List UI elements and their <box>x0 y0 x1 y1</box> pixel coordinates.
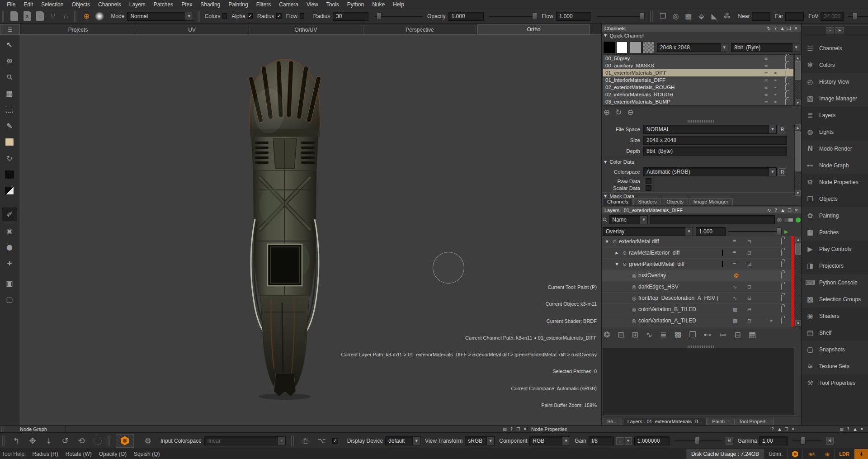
cube-projection-icon[interactable]: ❒ <box>659 11 667 22</box>
layer-row[interactable]: ▶ ⊙ rawMetalExterior diff ⊡ <box>602 247 794 259</box>
channel-row-selected[interactable]: 01_exteriorMaterials_DIFF ≡ ⚭ <box>603 69 793 76</box>
scrollbar-thumb[interactable] <box>795 61 801 80</box>
file-space-dropdown[interactable]: NORMAL▼ <box>643 125 777 134</box>
menu-painting[interactable]: Painting <box>224 1 252 8</box>
radius-checkbox[interactable]: ✓ <box>276 13 281 19</box>
move-icon[interactable]: ✥ <box>27 435 38 446</box>
tab-channels[interactable]: Channels <box>603 198 632 205</box>
refresh-icon[interactable]: ↻ <box>766 26 771 31</box>
clear-search-icon[interactable]: ⊗ <box>777 216 782 223</box>
tab-projects[interactable]: Projects <box>22 25 134 34</box>
lock-icon[interactable] <box>785 85 786 90</box>
curve-delete-icon[interactable]: ⌥ <box>316 435 328 446</box>
refresh-tool-icon[interactable]: ↻ <box>2 151 17 165</box>
layer-row-current[interactable]: ◎ rustOverlay ❂ <box>602 270 794 281</box>
link-icon[interactable]: ⚭ <box>774 85 777 90</box>
menu-ptex[interactable]: Ptex <box>177 1 196 8</box>
blend-ball-tool-icon[interactable]: ● <box>2 240 17 254</box>
expander-down-icon[interactable]: ▼ <box>604 240 610 244</box>
quick-channel-section[interactable]: ▼ Quick Channel <box>602 32 801 39</box>
toolbar-grip[interactable] <box>650 11 652 22</box>
tab-tool-properties-collapsed[interactable]: Tool Propert... <box>734 418 774 425</box>
eye-icon[interactable]: ◎ <box>630 295 638 301</box>
black-swatch[interactable] <box>604 42 615 53</box>
lock-icon[interactable] <box>781 284 782 289</box>
sidebar-item-node-graph[interactable]: ⊷Node Graph <box>802 157 868 174</box>
raw-data-checkbox[interactable] <box>646 178 651 184</box>
blend-amount-input[interactable]: 1.000 <box>696 227 726 236</box>
radius-input[interactable]: 30 <box>333 12 368 21</box>
enabled-indicator-dot[interactable] <box>796 218 801 222</box>
eye-icon[interactable]: ⊙ <box>620 261 629 267</box>
add-object-icon[interactable]: ⊕ <box>2 54 17 67</box>
active-project-hex-button[interactable] <box>116 434 134 448</box>
project-hex-status[interactable] <box>787 449 802 459</box>
link-icon[interactable]: ⚭ <box>774 92 777 97</box>
eraser-sphere-tool-icon[interactable]: ◉ <box>2 224 17 237</box>
layer-row[interactable]: ◎ colorVariation_B_TILED ▩ ⊟ <box>602 304 794 315</box>
tab-ortho[interactable]: Ortho <box>477 24 590 34</box>
expander-down-icon[interactable]: ▼ <box>613 262 620 266</box>
gain-minus-button[interactable]: - <box>616 437 623 445</box>
mask-thumb-icon[interactable]: ⊡ <box>747 261 751 267</box>
lock-icon[interactable] <box>781 250 782 256</box>
link-icon[interactable]: ⚭ <box>774 71 777 76</box>
lock-icon[interactable] <box>781 273 782 278</box>
sidebar-item-texture-sets[interactable]: ≋Texture Sets <box>802 358 868 374</box>
scroll-up-icon[interactable]: ▲ <box>795 237 801 242</box>
sidebar-item-python-console[interactable]: ⌨Python Console <box>802 274 868 291</box>
foreground-color-swatch[interactable] <box>2 135 17 149</box>
menu-tools[interactable]: Tools <box>322 1 343 8</box>
remove-layer-icon[interactable]: ⊟ <box>735 330 741 339</box>
lock-icon[interactable] <box>781 295 782 301</box>
sync-channel-icon[interactable]: ↻ <box>615 108 622 117</box>
pointer-mode-icon[interactable]: ➤ <box>835 27 844 33</box>
zoom-tool-icon[interactable]: ⚲ <box>0 66 20 87</box>
dock-icon[interactable]: ▤ <box>839 427 844 431</box>
node-properties-tab[interactable]: Node Properties <box>531 426 567 432</box>
add-paint-target-icon[interactable]: ✚ <box>2 256 17 270</box>
opacity-slider[interactable] <box>489 16 537 17</box>
gamma-value-input[interactable]: 1.00 <box>759 436 788 445</box>
float-icon[interactable]: ❐ <box>516 427 521 431</box>
layer-row[interactable]: ◎ colorVariation_A_TILED ▩ ⊟ ⚭ <box>602 315 794 327</box>
lock-icon[interactable] <box>781 307 782 312</box>
sidebar-item-node-properties[interactable]: ⚙Node Properties <box>802 174 868 190</box>
channel-row[interactable]: 00_auxiliary_MASKS ≡ <box>603 62 793 69</box>
branch-icon[interactable]: ⑂ <box>49 11 57 22</box>
gradient-swatch[interactable] <box>2 184 17 198</box>
scroll-down-icon[interactable]: ▼ <box>795 190 801 196</box>
scroll-down-icon[interactable]: ▼ <box>795 320 801 326</box>
lock-icon[interactable] <box>785 71 786 76</box>
eye-icon[interactable]: ⊙ <box>620 250 629 256</box>
help-icon[interactable]: ? <box>770 427 775 431</box>
sidebar-item-tool-properties[interactable]: ⚒Tool Properties <box>802 374 868 391</box>
lock-icon[interactable] <box>785 92 786 97</box>
add-channel-icon[interactable]: ⊕ <box>604 108 610 117</box>
display-device-dropdown[interactable]: default▼ <box>385 436 420 445</box>
layer-row[interactable]: ◎ darkEdges_HSV ∿ ⊟ <box>602 281 794 293</box>
tab-painting-collapsed[interactable]: Painti... <box>708 418 733 425</box>
add-curve-icon[interactable]: ∿ <box>646 330 652 339</box>
menu-selection[interactable]: Selection <box>37 1 67 8</box>
tab-ortho-uv[interactable]: Ortho/UV <box>250 25 362 34</box>
menu-objects[interactable]: Objects <box>67 1 94 8</box>
orbit-icon[interactable]: ⟲ <box>75 435 87 446</box>
transparent-swatch[interactable] <box>642 42 654 53</box>
scroll-up-icon[interactable]: ▲ <box>795 124 801 130</box>
eye-icon[interactable]: ◎ <box>630 273 638 279</box>
paint-brush-tool-icon[interactable]: ✐ <box>2 208 17 221</box>
close-project-icon[interactable]: x <box>23 11 31 22</box>
marquee-select-icon[interactable] <box>2 103 17 116</box>
tab-menu-icon[interactable]: ☰ <box>0 24 20 34</box>
toolbar-grip[interactable] <box>2 435 5 446</box>
sidebar-item-layers[interactable]: ≣Layers <box>802 107 868 123</box>
add-procedural-icon[interactable]: ▩ <box>674 330 681 339</box>
grid-view-icon[interactable]: ▦ <box>749 330 756 339</box>
colorspace-dropdown[interactable]: Automatic (sRGB)▼ <box>643 167 777 176</box>
lock-icon[interactable] <box>781 239 782 244</box>
down-arrow-icon[interactable]: ↓ <box>43 435 55 446</box>
fov-input[interactable]: 34.000 <box>821 12 844 21</box>
white-swatch[interactable] <box>616 42 628 53</box>
sidebar-item-patches[interactable]: ▦Patches <box>802 224 868 241</box>
